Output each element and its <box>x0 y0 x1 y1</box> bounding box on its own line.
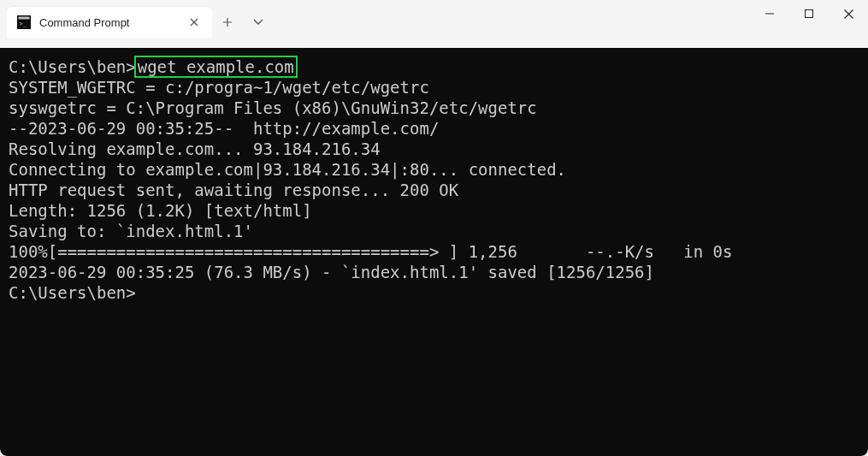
output-line: HTTP request sent, awaiting response... … <box>9 180 859 200</box>
tab-title: Command Prompt <box>39 16 178 29</box>
output-line: Length: 1256 (1.2K) [text/html] <box>9 200 859 221</box>
output-line: syswgetrc = C:\Program Files (x86)\GnuWi… <box>9 98 859 118</box>
tab-dropdown-button[interactable] <box>243 7 274 38</box>
prompt-idle: C:\Users\ben> <box>9 282 859 303</box>
output-line: 100%[===================================… <box>9 241 859 262</box>
svg-rect-3 <box>806 10 813 18</box>
output-line: --2023-06-29 00:35:25-- http://example.c… <box>9 118 859 139</box>
output-line: Resolving example.com... 93.184.216.34 <box>9 139 859 159</box>
window-controls <box>750 0 868 34</box>
close-window-button[interactable] <box>829 0 868 27</box>
cmd-icon: >_ <box>17 15 31 29</box>
terminal-window: >_ Command Prompt <box>0 0 868 456</box>
output-line: Connecting to example.com|93.184.216.34|… <box>9 159 859 180</box>
svg-text:>_: >_ <box>20 21 27 27</box>
svg-rect-1 <box>19 17 30 20</box>
tab-close-button[interactable] <box>186 15 202 30</box>
prompt-text: C:\Users\ben> <box>9 57 136 76</box>
tab-command-prompt[interactable]: >_ Command Prompt <box>7 7 212 38</box>
output-line: C:\Users\ben>wget example.com <box>9 56 859 77</box>
terminal-output[interactable]: C:\Users\ben>wget example.comSYSTEM_WGET… <box>0 48 868 456</box>
output-line: 2023-06-29 00:35:25 (76.3 MB/s) - `index… <box>9 262 859 282</box>
titlebar: >_ Command Prompt <box>0 0 868 48</box>
output-line: SYSTEM_WGETRC = c:/progra~1/wget/etc/wge… <box>9 77 859 98</box>
highlighted-command: wget example.com <box>134 56 298 78</box>
maximize-button[interactable] <box>789 0 829 27</box>
output-line: Saving to: `index.html.1' <box>9 221 859 241</box>
tab-strip: >_ Command Prompt <box>0 0 212 38</box>
minimize-button[interactable] <box>750 0 789 27</box>
new-tab-button[interactable] <box>212 7 243 38</box>
